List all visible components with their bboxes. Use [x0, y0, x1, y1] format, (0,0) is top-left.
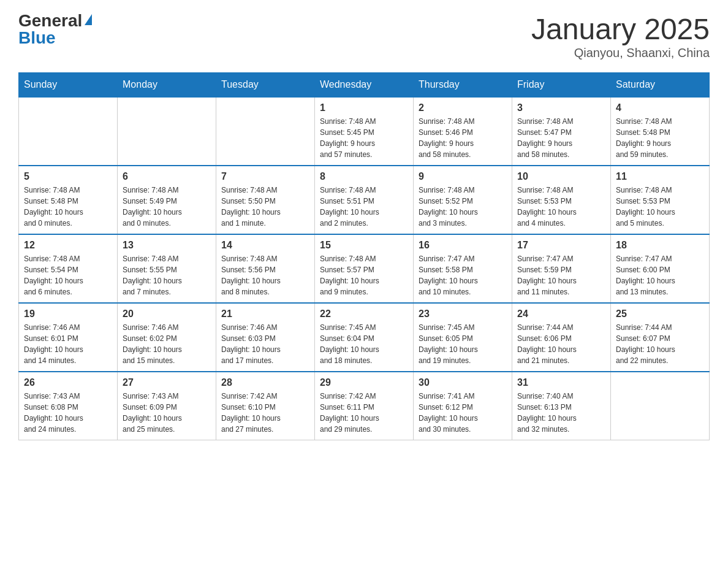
day-info: Sunrise: 7:42 AMSunset: 6:10 PMDaylight:…: [221, 391, 309, 435]
day-number: 8: [320, 171, 408, 182]
day-info: Sunrise: 7:48 AMSunset: 5:52 PMDaylight:…: [419, 185, 507, 229]
day-number: 13: [123, 240, 211, 251]
day-cell-30: 30Sunrise: 7:41 AMSunset: 6:12 PMDayligh…: [414, 372, 512, 440]
day-number: 19: [24, 308, 112, 320]
day-info: Sunrise: 7:47 AMSunset: 5:58 PMDaylight:…: [419, 253, 507, 297]
day-info: Sunrise: 7:47 AMSunset: 6:00 PMDaylight:…: [616, 253, 704, 297]
title-area: January 2025 Qianyou, Shaanxi, China: [531, 12, 710, 60]
day-number: 7: [221, 171, 309, 182]
day-cell-10: 10Sunrise: 7:48 AMSunset: 5:53 PMDayligh…: [512, 166, 611, 234]
day-info: Sunrise: 7:48 AMSunset: 5:48 PMDaylight:…: [24, 185, 112, 229]
location: Qianyou, Shaanxi, China: [531, 46, 710, 60]
day-number: 15: [320, 240, 408, 251]
page-header: General Blue January 2025 Qianyou, Shaan…: [18, 12, 710, 60]
day-cell-31: 31Sunrise: 7:40 AMSunset: 6:13 PMDayligh…: [512, 372, 611, 440]
day-cell-3: 3Sunrise: 7:48 AMSunset: 5:47 PMDaylight…: [512, 97, 611, 166]
day-cell-14: 14Sunrise: 7:48 AMSunset: 5:56 PMDayligh…: [216, 234, 315, 303]
column-header-wednesday: Wednesday: [315, 73, 414, 98]
day-cell-9: 9Sunrise: 7:48 AMSunset: 5:52 PMDaylight…: [414, 166, 512, 234]
day-number: 2: [419, 102, 507, 113]
calendar-header-row: SundayMondayTuesdayWednesdayThursdayFrid…: [19, 73, 710, 98]
day-cell-4: 4Sunrise: 7:48 AMSunset: 5:48 PMDaylight…: [611, 97, 710, 166]
day-cell-7: 7Sunrise: 7:48 AMSunset: 5:50 PMDaylight…: [216, 166, 315, 234]
day-cell-5: 5Sunrise: 7:48 AMSunset: 5:48 PMDaylight…: [19, 166, 118, 234]
day-number: 22: [320, 308, 408, 320]
column-header-saturday: Saturday: [611, 73, 710, 98]
week-row-4: 19Sunrise: 7:46 AMSunset: 6:01 PMDayligh…: [19, 303, 710, 372]
day-cell-2: 2Sunrise: 7:48 AMSunset: 5:46 PMDaylight…: [414, 97, 512, 166]
day-info: Sunrise: 7:41 AMSunset: 6:12 PMDaylight:…: [419, 391, 507, 435]
day-info: Sunrise: 7:48 AMSunset: 5:54 PMDaylight:…: [24, 253, 112, 297]
day-info: Sunrise: 7:46 AMSunset: 6:03 PMDaylight:…: [221, 322, 309, 366]
day-number: 16: [419, 240, 507, 251]
day-info: Sunrise: 7:48 AMSunset: 5:51 PMDaylight:…: [320, 185, 408, 229]
day-cell-26: 26Sunrise: 7:43 AMSunset: 6:08 PMDayligh…: [19, 372, 118, 440]
day-cell-12: 12Sunrise: 7:48 AMSunset: 5:54 PMDayligh…: [19, 234, 118, 303]
day-info: Sunrise: 7:46 AMSunset: 6:02 PMDaylight:…: [123, 322, 211, 366]
day-number: 3: [517, 102, 605, 113]
day-number: 28: [221, 377, 309, 388]
day-info: Sunrise: 7:48 AMSunset: 5:55 PMDaylight:…: [123, 253, 211, 297]
column-header-tuesday: Tuesday: [216, 73, 315, 98]
week-row-3: 12Sunrise: 7:48 AMSunset: 5:54 PMDayligh…: [19, 234, 710, 303]
day-info: Sunrise: 7:48 AMSunset: 5:48 PMDaylight:…: [616, 116, 704, 160]
day-cell-1: 1Sunrise: 7:48 AMSunset: 5:45 PMDaylight…: [315, 97, 414, 166]
empty-cell: [19, 97, 118, 166]
week-row-5: 26Sunrise: 7:43 AMSunset: 6:08 PMDayligh…: [19, 372, 710, 440]
day-info: Sunrise: 7:40 AMSunset: 6:13 PMDaylight:…: [517, 391, 605, 435]
day-cell-22: 22Sunrise: 7:45 AMSunset: 6:04 PMDayligh…: [315, 303, 414, 372]
day-cell-20: 20Sunrise: 7:46 AMSunset: 6:02 PMDayligh…: [118, 303, 216, 372]
day-number: 21: [221, 308, 309, 320]
empty-cell: [216, 97, 315, 166]
day-info: Sunrise: 7:48 AMSunset: 5:53 PMDaylight:…: [517, 185, 605, 229]
day-number: 14: [221, 240, 309, 251]
day-cell-28: 28Sunrise: 7:42 AMSunset: 6:10 PMDayligh…: [216, 372, 315, 440]
day-info: Sunrise: 7:48 AMSunset: 5:49 PMDaylight:…: [123, 185, 211, 229]
day-number: 1: [320, 102, 408, 113]
day-cell-25: 25Sunrise: 7:44 AMSunset: 6:07 PMDayligh…: [611, 303, 710, 372]
day-info: Sunrise: 7:48 AMSunset: 5:53 PMDaylight:…: [616, 185, 704, 229]
week-row-1: 1Sunrise: 7:48 AMSunset: 5:45 PMDaylight…: [19, 97, 710, 166]
day-number: 31: [517, 377, 605, 388]
day-cell-29: 29Sunrise: 7:42 AMSunset: 6:11 PMDayligh…: [315, 372, 414, 440]
month-title: January 2025: [531, 12, 710, 46]
day-number: 5: [24, 171, 112, 182]
day-cell-6: 6Sunrise: 7:48 AMSunset: 5:49 PMDaylight…: [118, 166, 216, 234]
day-cell-21: 21Sunrise: 7:46 AMSunset: 6:03 PMDayligh…: [216, 303, 315, 372]
day-info: Sunrise: 7:46 AMSunset: 6:01 PMDaylight:…: [24, 322, 112, 366]
day-number: 11: [616, 171, 704, 182]
day-cell-18: 18Sunrise: 7:47 AMSunset: 6:00 PMDayligh…: [611, 234, 710, 303]
column-header-friday: Friday: [512, 73, 611, 98]
day-info: Sunrise: 7:48 AMSunset: 5:57 PMDaylight:…: [320, 253, 408, 297]
day-number: 9: [419, 171, 507, 182]
day-number: 4: [616, 102, 704, 113]
day-info: Sunrise: 7:44 AMSunset: 6:06 PMDaylight:…: [517, 322, 605, 366]
week-row-2: 5Sunrise: 7:48 AMSunset: 5:48 PMDaylight…: [19, 166, 710, 234]
day-cell-11: 11Sunrise: 7:48 AMSunset: 5:53 PMDayligh…: [611, 166, 710, 234]
day-cell-19: 19Sunrise: 7:46 AMSunset: 6:01 PMDayligh…: [19, 303, 118, 372]
day-cell-16: 16Sunrise: 7:47 AMSunset: 5:58 PMDayligh…: [414, 234, 512, 303]
day-number: 30: [419, 377, 507, 388]
day-info: Sunrise: 7:48 AMSunset: 5:50 PMDaylight:…: [221, 185, 309, 229]
day-cell-15: 15Sunrise: 7:48 AMSunset: 5:57 PMDayligh…: [315, 234, 414, 303]
day-info: Sunrise: 7:47 AMSunset: 5:59 PMDaylight:…: [517, 253, 605, 297]
column-header-monday: Monday: [118, 73, 216, 98]
day-number: 24: [517, 308, 605, 320]
day-info: Sunrise: 7:43 AMSunset: 6:09 PMDaylight:…: [123, 391, 211, 435]
day-info: Sunrise: 7:48 AMSunset: 5:47 PMDaylight:…: [517, 116, 605, 160]
day-number: 10: [517, 171, 605, 182]
day-number: 17: [517, 240, 605, 251]
day-number: 20: [123, 308, 211, 320]
day-cell-13: 13Sunrise: 7:48 AMSunset: 5:55 PMDayligh…: [118, 234, 216, 303]
day-number: 25: [616, 308, 704, 320]
column-header-sunday: Sunday: [19, 73, 118, 98]
logo-blue-text: Blue: [18, 29, 56, 47]
day-number: 29: [320, 377, 408, 388]
empty-cell: [611, 372, 710, 440]
day-number: 27: [123, 377, 211, 388]
day-number: 6: [123, 171, 211, 182]
day-info: Sunrise: 7:48 AMSunset: 5:45 PMDaylight:…: [320, 116, 408, 160]
day-number: 23: [419, 308, 507, 320]
day-info: Sunrise: 7:44 AMSunset: 6:07 PMDaylight:…: [616, 322, 704, 366]
day-number: 26: [24, 377, 112, 388]
